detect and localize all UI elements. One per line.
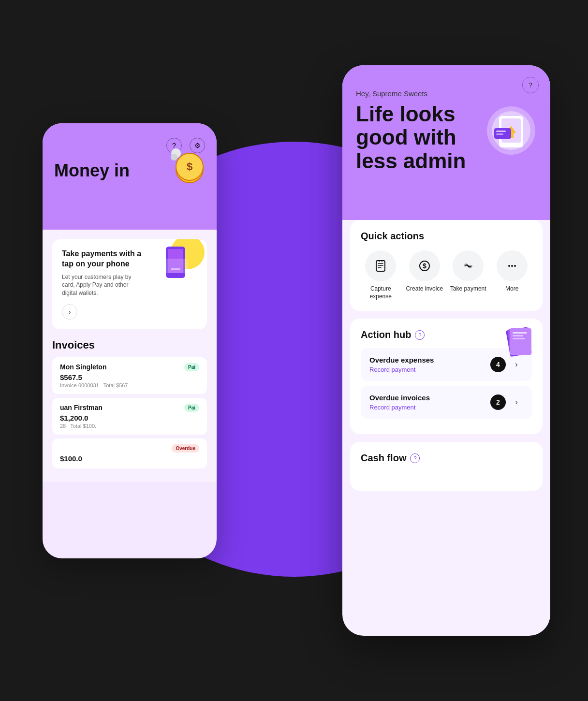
invoice-row-2[interactable]: uan Firstman Pai $1,200.0 28 Total $100. xyxy=(52,398,207,435)
invoices-section: Invoices Mon Singleton Pai $567.5 Invoic… xyxy=(52,339,207,468)
invoice-sub-2: 28 Total $100. xyxy=(60,423,199,429)
invoices-title: Invoices xyxy=(52,339,207,351)
svg-point-20 xyxy=(511,265,513,267)
invoice-name-2: uan Firstman xyxy=(60,404,103,411)
hub-item-chevron-1[interactable]: › xyxy=(510,358,523,371)
phone-back-body: Take payments with a tap on your phone L… xyxy=(43,230,217,482)
tap-payments-card: Take payments with a tap on your phone L… xyxy=(52,239,207,329)
svg-rect-14 xyxy=(496,131,506,132)
invoice-amount-3: $100.0 xyxy=(60,454,199,463)
tap-card-desc: Let your customers play by card, Apply P… xyxy=(62,273,144,297)
action-hub-title: Action hub xyxy=(361,329,411,340)
phone-back-header: ? ⚙ Money in $ xyxy=(43,123,217,230)
action-create-invoice[interactable]: $ Create invoice xyxy=(405,250,445,300)
svg-rect-15 xyxy=(496,133,503,135)
capture-expense-label: Capture expense xyxy=(361,285,401,300)
cash-flow-header: Cash flow ? xyxy=(350,442,543,464)
tap-card-illustration xyxy=(159,244,202,288)
quick-actions-title: Quick actions xyxy=(361,231,532,242)
action-hub-help-icon[interactable]: ? xyxy=(415,330,425,340)
quick-actions-grid: Capture expense $ Create invoice xyxy=(361,250,532,300)
svg-text:$: $ xyxy=(187,161,192,173)
cash-flow-help-icon[interactable]: ? xyxy=(410,453,420,463)
cash-flow-content xyxy=(350,464,543,483)
invoice-amount-1: $567.5 xyxy=(60,373,199,381)
hub-item-overdue-invoices[interactable]: Overdue invoices Record payment 2 › xyxy=(361,386,532,419)
action-hub-card: Action hub ? xyxy=(350,319,543,434)
hub-item-link-2[interactable]: Record payment xyxy=(369,404,430,411)
svg-point-21 xyxy=(514,265,516,267)
hero-illustration xyxy=(480,99,543,162)
action-take-payment[interactable]: Take payment xyxy=(448,250,488,300)
hub-item-link-1[interactable]: Record payment xyxy=(369,366,434,373)
svg-rect-25 xyxy=(513,332,527,334)
cash-flow-title: Cash flow xyxy=(361,453,406,464)
greeting-text: Hey, Supreme Sweets xyxy=(356,89,537,98)
hub-item-count-2: 2 xyxy=(490,394,506,410)
coin-illustration: $ xyxy=(165,143,209,186)
tap-card-title: Take payments with a tap on your phone xyxy=(62,249,149,269)
hub-item-title-1: Overdue expenses xyxy=(369,356,434,364)
action-more[interactable]: More xyxy=(492,250,532,300)
svg-point-19 xyxy=(508,265,510,267)
svg-rect-8 xyxy=(163,259,188,273)
capture-expense-icon-wrap xyxy=(365,250,396,281)
invoice-name-1: Mon Singleton xyxy=(60,363,106,371)
tap-card-arrow[interactable]: › xyxy=(62,304,77,320)
phone-front-header: ? Hey, Supreme Sweets Life looks good wi… xyxy=(342,65,550,220)
phone-front: ? Hey, Supreme Sweets Life looks good wi… xyxy=(342,65,550,636)
invoice-badge-2: Pai xyxy=(184,404,199,412)
svg-point-4 xyxy=(171,154,177,161)
svg-rect-27 xyxy=(513,338,525,339)
scene: ? ⚙ Money in $ Take paym xyxy=(28,36,560,665)
invoice-badge-1: Pai xyxy=(184,363,199,371)
quick-actions-card: Quick actions Capture expense xyxy=(350,220,543,311)
invoice-badge-3: Overdue xyxy=(172,444,199,453)
more-icon-wrap xyxy=(497,250,528,281)
svg-rect-16 xyxy=(376,261,385,271)
hub-item-chevron-2[interactable]: › xyxy=(510,395,523,409)
phone-back: ? ⚙ Money in $ Take paym xyxy=(43,123,217,558)
invoice-sub-1: Invoice 0000031 Total $567. xyxy=(60,382,199,388)
more-label: More xyxy=(505,285,518,293)
create-invoice-label: Create invoice xyxy=(406,285,443,293)
action-hub-illustration xyxy=(501,323,535,357)
phone-front-body: Quick actions Capture expense xyxy=(342,220,550,502)
svg-rect-26 xyxy=(513,335,523,336)
hub-item-count-1: 4 xyxy=(490,357,506,372)
take-payment-icon-wrap xyxy=(453,250,484,281)
cash-flow-card: Cash flow ? xyxy=(350,442,543,491)
svg-text:$: $ xyxy=(423,262,426,270)
invoice-row-3[interactable]: Overdue $100.0 xyxy=(52,438,207,468)
create-invoice-icon-wrap: $ xyxy=(409,250,440,281)
front-help-button[interactable]: ? xyxy=(522,77,539,93)
hero-title: Life looks good with less admin xyxy=(356,102,472,173)
take-payment-label: Take payment xyxy=(450,285,486,293)
invoice-amount-2: $1,200.0 xyxy=(60,414,199,422)
action-capture-expense[interactable]: Capture expense xyxy=(361,250,401,300)
invoice-row-1[interactable]: Mon Singleton Pai $567.5 Invoice 0000031… xyxy=(52,357,207,394)
hub-item-title-2: Overdue invoices xyxy=(369,394,430,402)
